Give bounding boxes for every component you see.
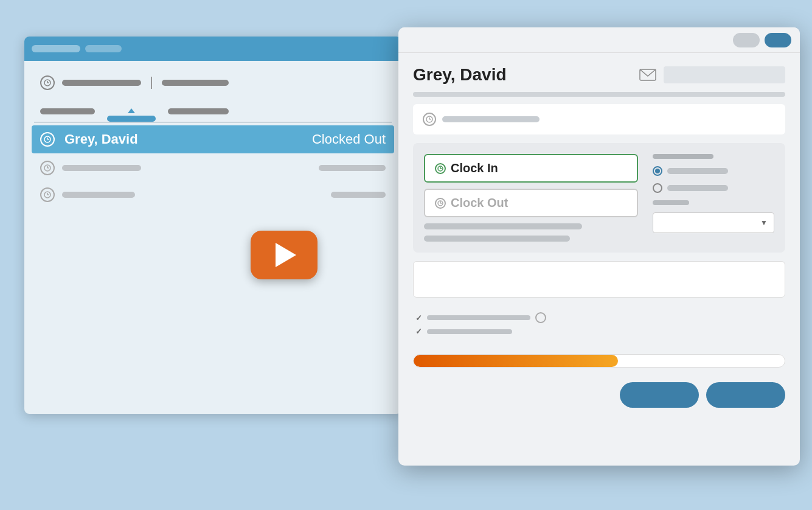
radio-row-2[interactable] <box>653 183 774 193</box>
modal-dialog: Grey, David <box>398 27 800 466</box>
clock-in-label: Clock In <box>451 161 498 175</box>
modal-header: Grey, David <box>413 65 785 85</box>
check-bar-2 <box>427 329 512 334</box>
check-row-1: ✓ <box>415 312 783 323</box>
modal-close-btn[interactable] <box>765 33 791 47</box>
radio-2-circle <box>653 183 662 193</box>
progress-bar-container <box>413 354 785 368</box>
dropdown-arrow-icon: ▼ <box>760 218 768 227</box>
check-clock-icon <box>535 312 546 323</box>
modal-employee-name: Grey, David <box>413 65 507 85</box>
background-window: Grey, David Clocked Out <box>24 37 401 414</box>
clock-out-icon <box>435 198 446 209</box>
progress-fill <box>414 355 618 367</box>
bg-row3-ph1 <box>62 192 135 198</box>
bg-ph2 <box>162 80 229 86</box>
modal-progress-top <box>413 92 785 97</box>
check-bar-1 <box>427 315 530 320</box>
bg-row2-clock <box>40 161 55 175</box>
clock-out-button[interactable]: Clock Out <box>424 189 638 217</box>
radio-1-dot <box>655 169 660 173</box>
bg-tab1 <box>40 108 95 114</box>
bg-row-3 <box>34 183 392 207</box>
modal-footer <box>413 376 785 410</box>
radio-1-label <box>667 168 728 174</box>
modal-minimize-btn[interactable] <box>733 33 760 47</box>
bg-tab3 <box>168 108 229 114</box>
bg-clock-icon <box>40 75 55 90</box>
bg-header-row <box>34 71 392 95</box>
radio-row-1[interactable] <box>653 166 774 176</box>
dropdown-select[interactable]: ▼ <box>653 212 774 233</box>
save-button[interactable] <box>706 382 785 408</box>
email-icon[interactable] <box>638 68 658 82</box>
right-label-sm <box>653 200 689 205</box>
bg-row2-ph2 <box>319 165 386 171</box>
action-right-col: ▼ <box>653 154 774 242</box>
play-triangle-icon <box>276 243 296 267</box>
clock-out-label: Clock Out <box>451 196 508 210</box>
bg-tabs <box>34 103 392 123</box>
clock-in-button[interactable]: Clock In <box>424 154 638 183</box>
play-video-button[interactable] <box>251 231 318 279</box>
radio-2-label <box>667 185 728 191</box>
modal-time-ph <box>442 116 540 122</box>
radio-1-circle <box>653 166 662 176</box>
bottom-section: ✓ ✓ <box>413 306 785 346</box>
modal-clock-section <box>413 104 785 134</box>
bg-row-2 <box>34 156 392 180</box>
modal-clock-icon <box>423 113 436 126</box>
highlight-clock-icon <box>40 132 55 147</box>
action-ph1 <box>424 223 582 229</box>
highlighted-employee-status: Clocked Out <box>312 131 386 147</box>
check-row-2: ✓ <box>415 327 783 336</box>
action-section: Clock In Clock Out <box>413 143 785 253</box>
check-v-1: ✓ <box>415 313 422 323</box>
bg-row2-ph1 <box>62 165 141 171</box>
highlighted-row: Grey, David Clocked Out <box>32 125 394 153</box>
action-ph2 <box>424 236 570 242</box>
bg-row3-clock <box>40 187 55 202</box>
bg-tab2 <box>107 116 156 122</box>
modal-titlebar <box>398 27 800 53</box>
right-label-top <box>653 154 713 159</box>
action-buttons-col: Clock In Clock Out <box>424 154 638 242</box>
modal-search-bar <box>664 66 785 83</box>
bg-divider <box>151 77 152 89</box>
bg-titlebar <box>24 37 401 61</box>
bg-ph1 <box>62 80 141 86</box>
bg-row3-ph2 <box>331 192 386 198</box>
notes-textarea[interactable] <box>413 261 785 298</box>
check-v-2: ✓ <box>415 327 422 336</box>
highlighted-employee-name: Grey, David <box>64 131 302 147</box>
clock-in-icon <box>435 163 446 174</box>
cancel-button[interactable] <box>620 382 699 408</box>
bg-tab-indicator <box>128 108 135 113</box>
